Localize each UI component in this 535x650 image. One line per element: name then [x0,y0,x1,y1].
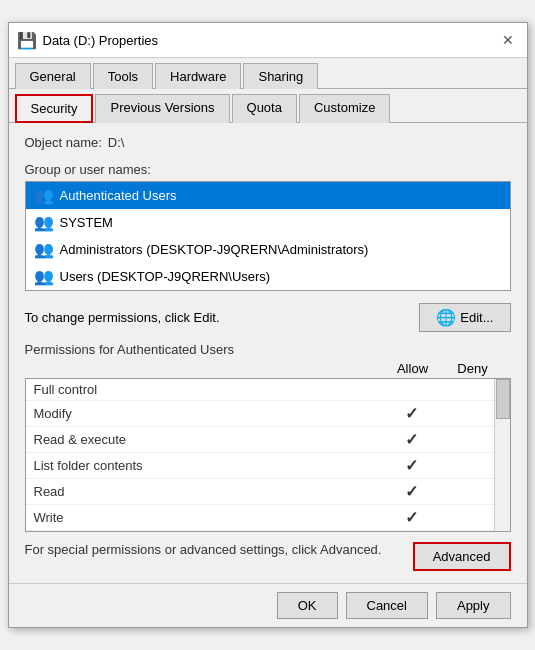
ok-button[interactable]: OK [277,592,338,619]
apply-button[interactable]: Apply [436,592,511,619]
cancel-button[interactable]: Cancel [346,592,428,619]
object-name-row: Object name: D:\ [25,135,511,150]
tabs-row-2: Security Previous Versions Quota Customi… [9,89,527,123]
user-label-administrators: Administrators (DESKTOP-J9QRERN\Administ… [60,242,369,257]
title-bar: 💾 Data (D:) Properties ✕ [9,23,527,58]
permissions-header: Permissions for Authenticated Users [25,342,511,357]
scrollbar-track[interactable] [494,379,510,531]
properties-dialog: 💾 Data (D:) Properties ✕ General Tools H… [8,22,528,628]
perm-row-read-execute: Read & execute ✓ [26,427,510,453]
scrollbar-thumb[interactable] [496,379,510,419]
user-icon-users: 👥 [34,267,54,286]
permissions-table-header: Allow Deny [25,361,511,376]
perm-row-read: Read ✓ [26,479,510,505]
edit-icon: 🌐 [436,308,456,327]
perm-allow-read-execute: ✓ [382,430,442,449]
user-icon-administrators: 👥 [34,240,54,259]
tab-sharing[interactable]: Sharing [243,63,318,89]
bottom-text: For special permissions or advanced sett… [25,542,382,557]
tab-customize[interactable]: Customize [299,94,390,123]
bottom-text-container: For special permissions or advanced sett… [25,542,413,557]
users-list: 👥 Authenticated Users 👥 SYSTEM 👥 Adminis… [25,181,511,291]
edit-button-label: Edit... [460,310,493,325]
perm-name-modify: Modify [34,406,382,421]
user-item-authenticated[interactable]: 👥 Authenticated Users [26,182,510,209]
tab-quota[interactable]: Quota [232,94,297,123]
deny-col-header: Deny [443,361,503,376]
perm-name-write: Write [34,510,382,525]
allow-col-header: Allow [383,361,443,376]
perm-row-modify: Modify ✓ [26,401,510,427]
change-permissions-row: To change permissions, click Edit. 🌐 Edi… [25,303,511,332]
user-label-authenticated: Authenticated Users [60,188,177,203]
content-area: Object name: D:\ Group or user names: 👥 … [9,123,527,583]
user-item-users[interactable]: 👥 Users (DESKTOP-J9QRERN\Users) [26,263,510,290]
perm-allow-list-folder: ✓ [382,456,442,475]
object-name-label: Object name: [25,135,102,150]
window-title: Data (D:) Properties [43,33,159,48]
tabs-row-1: General Tools Hardware Sharing [9,58,527,89]
advanced-button[interactable]: Advanced [413,542,511,571]
user-icon-authenticated: 👥 [34,186,54,205]
title-bar-left: 💾 Data (D:) Properties [17,31,159,50]
object-name-value: D:\ [108,135,125,150]
perm-allow-modify: ✓ [382,404,442,423]
tab-security[interactable]: Security [15,94,94,123]
group-label: Group or user names: [25,162,511,177]
user-label-users: Users (DESKTOP-J9QRERN\Users) [60,269,271,284]
dialog-buttons: OK Cancel Apply [9,583,527,627]
change-permissions-text: To change permissions, click Edit. [25,310,220,325]
perm-row-write: Write ✓ [26,505,510,531]
tab-previous-versions[interactable]: Previous Versions [95,94,229,123]
drive-icon: 💾 [17,31,37,50]
perm-name-col-header [33,361,383,376]
tab-tools[interactable]: Tools [93,63,153,89]
perm-name-list-folder: List folder contents [34,458,382,473]
permissions-table: Full control Modify ✓ Read & execute ✓ L… [25,378,511,532]
edit-button[interactable]: 🌐 Edit... [419,303,510,332]
bottom-row: For special permissions or advanced sett… [25,542,511,571]
perm-allow-read: ✓ [382,482,442,501]
user-icon-system: 👥 [34,213,54,232]
perm-row-list-folder: List folder contents ✓ [26,453,510,479]
user-label-system: SYSTEM [60,215,113,230]
user-item-system[interactable]: 👥 SYSTEM [26,209,510,236]
tab-general[interactable]: General [15,63,91,89]
perm-name-read: Read [34,484,382,499]
user-item-administrators[interactable]: 👥 Administrators (DESKTOP-J9QRERN\Admini… [26,236,510,263]
perm-name-full-control: Full control [34,382,382,397]
close-button[interactable]: ✕ [497,29,519,51]
perm-allow-write: ✓ [382,508,442,527]
perm-name-read-execute: Read & execute [34,432,382,447]
tab-hardware[interactable]: Hardware [155,63,241,89]
perm-row-full-control: Full control [26,379,510,401]
